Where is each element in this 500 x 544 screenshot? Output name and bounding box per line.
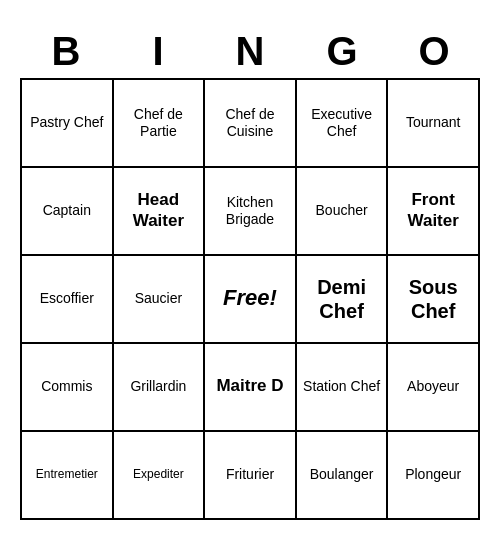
- bingo-cell: Chef de Partie: [114, 80, 206, 168]
- bingo-cell: Station Chef: [297, 344, 389, 432]
- header-letter: O: [388, 25, 480, 78]
- bingo-cell: Pastry Chef: [22, 80, 114, 168]
- bingo-cell: Escoffier: [22, 256, 114, 344]
- bingo-cell: Boucher: [297, 168, 389, 256]
- bingo-cell: Tournant: [388, 80, 480, 168]
- bingo-card: BINGO Pastry ChefChef de PartieChef de C…: [20, 25, 480, 520]
- bingo-cell: Expediter: [114, 432, 206, 520]
- bingo-cell: Free!: [205, 256, 297, 344]
- bingo-cell: Plongeur: [388, 432, 480, 520]
- bingo-header: BINGO: [20, 25, 480, 78]
- bingo-cell: Demi Chef: [297, 256, 389, 344]
- bingo-cell: Saucier: [114, 256, 206, 344]
- bingo-cell: Commis: [22, 344, 114, 432]
- bingo-grid: Pastry ChefChef de PartieChef de Cuisine…: [20, 78, 480, 520]
- bingo-cell: Friturier: [205, 432, 297, 520]
- bingo-cell: Entremetier: [22, 432, 114, 520]
- header-letter: G: [296, 25, 388, 78]
- bingo-cell: Chef de Cuisine: [205, 80, 297, 168]
- header-letter: I: [112, 25, 204, 78]
- header-letter: N: [204, 25, 296, 78]
- bingo-cell: Kitchen Brigade: [205, 168, 297, 256]
- bingo-cell: Sous Chef: [388, 256, 480, 344]
- bingo-cell: Front Waiter: [388, 168, 480, 256]
- bingo-cell: Grillardin: [114, 344, 206, 432]
- bingo-cell: Executive Chef: [297, 80, 389, 168]
- bingo-cell: Head Waiter: [114, 168, 206, 256]
- bingo-cell: Boulanger: [297, 432, 389, 520]
- bingo-cell: Maitre D: [205, 344, 297, 432]
- header-letter: B: [20, 25, 112, 78]
- bingo-cell: Aboyeur: [388, 344, 480, 432]
- bingo-cell: Captain: [22, 168, 114, 256]
